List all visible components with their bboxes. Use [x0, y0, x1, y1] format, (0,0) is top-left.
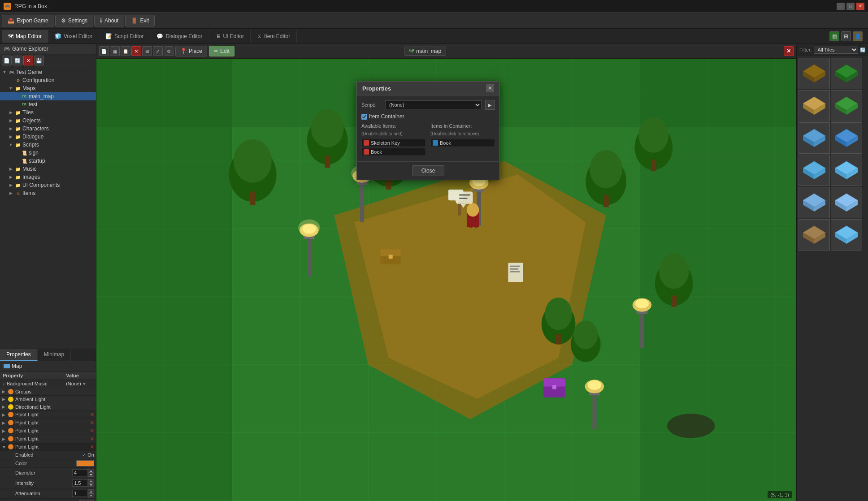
tree-item-scripts[interactable]: ▼ 📁 Scripts	[0, 141, 96, 149]
point-light-4-row[interactable]: ▶ Point Light ✕	[0, 435, 96, 443]
tree-item-ui-components[interactable]: ▶ 📁 UI Components	[0, 181, 96, 189]
tree-item-root[interactable]: ▼ 🎮 Test Game	[0, 68, 96, 76]
refresh-button[interactable]: 🔄	[13, 56, 22, 65]
tree-item-startup[interactable]: 📜 startup	[0, 157, 96, 165]
tile-item-5[interactable]	[799, 122, 830, 154]
available-item-book[interactable]: Book	[361, 148, 426, 156]
color-swatch[interactable]	[76, 460, 94, 466]
top-icon-gray[interactable]: ⊞	[841, 31, 851, 41]
minimize-button[interactable]: ─	[837, 3, 845, 10]
intensity-stepper[interactable]: ▲ ▼	[88, 479, 94, 487]
tab-script-editor[interactable]: 📝 Script Editor	[99, 30, 150, 43]
tab-voxel-editor[interactable]: 🧊 Voxel Editor	[48, 30, 99, 43]
prop-tab-properties[interactable]: Properties	[0, 349, 38, 361]
groups-row[interactable]: ▶ Groups	[0, 388, 96, 396]
tile-item-8[interactable]	[831, 155, 862, 186]
point-light-3-row[interactable]: ▶ Point Light ✕	[0, 427, 96, 435]
point-light-5-row[interactable]: ▼ Point Light ✕	[0, 443, 96, 451]
place-button[interactable]: 📍 Place	[175, 46, 207, 56]
grid-button[interactable]: ▦	[110, 46, 120, 56]
tile-item-10[interactable]	[831, 187, 862, 218]
edit-button[interactable]: ✏ Edit	[209, 46, 234, 56]
filter-refresh-icon[interactable]: 🔄	[860, 48, 865, 52]
tab-map-editor[interactable]: 🗺 Map Editor	[2, 30, 48, 43]
tree-item-dialogue[interactable]: ▶ 📁 Dialogue	[0, 133, 96, 141]
ambient-light-row[interactable]: ▶ Ambient Light	[0, 396, 96, 403]
diameter-up-button[interactable]: ▲	[88, 469, 94, 473]
pl2-delete-button[interactable]: ✕	[90, 420, 94, 426]
copy-button[interactable]: 📋	[121, 46, 130, 56]
pl5-delete-button[interactable]: ✕	[90, 444, 94, 450]
tree-item-items[interactable]: ▶ ⚔ Items	[0, 189, 96, 197]
script-action-button[interactable]: ▶	[485, 100, 495, 110]
tree-item-config[interactable]: ⚙ Configuration	[0, 76, 96, 84]
tree-item-music[interactable]: ▶ 📁 Music	[0, 165, 96, 173]
tile-item-9[interactable]	[799, 187, 830, 218]
properties-modal-close-button[interactable]: ✕	[486, 84, 494, 92]
intensity-input[interactable]	[72, 479, 88, 487]
top-icon-tan[interactable]: 👤	[853, 31, 863, 41]
expand-button[interactable]: ⤢	[153, 46, 163, 56]
tile-item-1[interactable]	[799, 58, 830, 89]
dropdown-arrow[interactable]: ▼	[82, 381, 87, 386]
x-right-button[interactable]: ▶	[87, 500, 94, 501]
save-button[interactable]: 💾	[34, 56, 44, 65]
tree-item-tiles[interactable]: ▶ 📁 Tiles	[0, 108, 96, 117]
settings-map-button[interactable]: ⚙	[164, 46, 174, 56]
tab-dialogue-editor[interactable]: 💬 Dialogue Editor	[150, 30, 209, 43]
filter-select[interactable]: All Tiles	[814, 46, 859, 54]
tile-item-11[interactable]	[799, 219, 830, 250]
tree-item-maps[interactable]: ▼ 📁 Maps	[0, 84, 96, 92]
intensity-down-button[interactable]: ▼	[88, 483, 94, 487]
intensity-up-button[interactable]: ▲	[88, 479, 94, 483]
modal-close-button[interactable]: Close	[412, 165, 445, 176]
delete-map-button[interactable]: ✕	[131, 46, 141, 56]
attenuation-stepper[interactable]: ▲ ▼	[88, 489, 94, 497]
new-file-button[interactable]: 📄	[2, 56, 12, 65]
grid-view-button[interactable]: ⊞	[142, 46, 152, 56]
attenuation-up-button[interactable]: ▲	[88, 489, 94, 493]
script-select[interactable]: (None)	[385, 100, 482, 109]
close-button[interactable]: ✕	[856, 3, 864, 10]
diameter-stepper[interactable]: ▲ ▼	[88, 469, 94, 477]
tile-item-6[interactable]	[831, 122, 862, 154]
about-button[interactable]: ℹ About	[94, 15, 124, 26]
maximize-button[interactable]: □	[846, 3, 855, 10]
tree-item-characters[interactable]: ▶ 📁 Characters	[0, 125, 96, 133]
exit-button[interactable]: 🚪 Exit	[125, 15, 155, 26]
pl1-delete-button[interactable]: ✕	[90, 412, 94, 418]
x-left-button[interactable]: ◀	[79, 500, 86, 501]
pl4-delete-button[interactable]: ✕	[90, 436, 94, 442]
item-container-checkbox[interactable]	[361, 114, 367, 120]
tile-item-4[interactable]	[831, 90, 862, 121]
attenuation-down-button[interactable]: ▼	[88, 493, 94, 497]
tab-ui-editor[interactable]: 🖥 UI Editor	[209, 30, 251, 43]
attenuation-input[interactable]	[72, 490, 88, 497]
point-light-1-row[interactable]: ▶ Point Light ✕	[0, 411, 96, 419]
tree-item-test[interactable]: 🗺 test	[0, 100, 96, 108]
new-map-button[interactable]: 📄	[99, 46, 109, 56]
settings-button[interactable]: ⚙ Settings	[55, 15, 93, 26]
tree-item-sign[interactable]: 📜 sign	[0, 149, 96, 157]
tab-item-editor[interactable]: ⚔ Item Editor	[251, 30, 297, 43]
export-game-button[interactable]: 📤 Export Game	[2, 15, 54, 26]
prop-tab-minimap[interactable]: Minimap	[38, 349, 71, 361]
tile-item-12[interactable]	[831, 219, 862, 250]
directional-light-row[interactable]: ▶ Directional Light	[0, 403, 96, 411]
diameter-input[interactable]	[72, 469, 88, 476]
pl3-delete-button[interactable]: ✕	[90, 428, 94, 434]
tree-item-objects[interactable]: ▶ 📁 Objects	[0, 117, 96, 125]
close-map-button[interactable]: ✕	[784, 46, 794, 56]
delete-button[interactable]: ✕	[23, 56, 33, 65]
available-item-skeleton-key[interactable]: Skeleton Key	[361, 139, 426, 147]
tile-item-3[interactable]	[799, 90, 830, 121]
top-icon-green[interactable]: ▦	[829, 31, 839, 41]
map-canvas[interactable]: (5, -1, 1) Properties ✕ Script: (None) ▶	[96, 59, 796, 501]
diameter-down-button[interactable]: ▼	[88, 473, 94, 477]
point-light-2-row[interactable]: ▶ Point Light ✕	[0, 419, 96, 427]
tree-item-main-map[interactable]: 🗺 main_map	[0, 92, 96, 100]
tree-item-images[interactable]: ▶ 📁 Images	[0, 173, 96, 181]
container-item-book[interactable]: Book	[430, 139, 495, 147]
tile-item-2[interactable]	[831, 58, 862, 89]
tile-item-7[interactable]	[799, 155, 830, 186]
